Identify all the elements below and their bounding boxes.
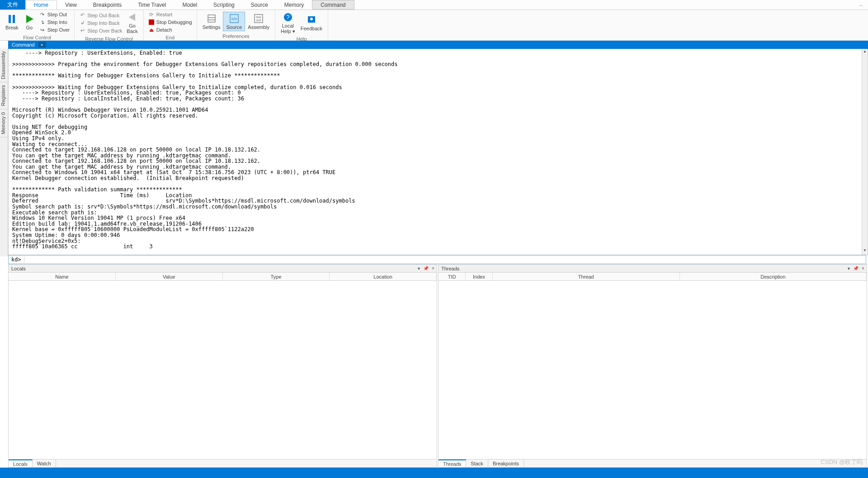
- tab-model[interactable]: Model: [174, 0, 205, 9]
- group-flow-control: Break Go ↷Step Out ↴Step Into ↪Step Over…: [0, 10, 75, 40]
- ribbon: Break Go ↷Step Out ↴Step Into ↪Step Over…: [0, 10, 868, 41]
- source-button[interactable]: </> Source: [223, 12, 245, 31]
- status-bar: [0, 468, 868, 478]
- svg-marker-3: [129, 14, 135, 21]
- step-out-button[interactable]: ↷Step Out: [38, 11, 72, 18]
- command-input[interactable]: [24, 256, 866, 263]
- tab-command[interactable]: Command: [312, 0, 354, 9]
- step-out-icon: ↷: [39, 11, 46, 18]
- watermark: CSDN @欧了吗: [821, 458, 863, 466]
- assembly-icon: 01011010: [253, 13, 264, 24]
- tab-stack[interactable]: Stack: [466, 459, 488, 467]
- threads-columns: TID Index Thread Description: [439, 273, 867, 281]
- threads-title: Threads: [439, 266, 845, 271]
- tab-breakpoints[interactable]: Breakpoints: [488, 459, 524, 467]
- local-help-button[interactable]: ? Local Help ▾: [278, 11, 298, 35]
- play-icon: [24, 14, 35, 24]
- svg-rect-0: [9, 15, 11, 23]
- feedback-icon: [306, 14, 317, 25]
- threads-pane: Threads ▾ 📌 × TID Index Thread Descripti…: [438, 264, 867, 468]
- settings-icon: [206, 13, 217, 24]
- svg-text:</>: </>: [231, 17, 237, 21]
- tab-breakpoints[interactable]: Breakpoints: [85, 0, 130, 9]
- dropdown-icon[interactable]: ▾: [415, 266, 422, 271]
- dropdown-icon[interactable]: ▾: [845, 266, 852, 271]
- svg-rect-5: [208, 15, 215, 22]
- settings-button[interactable]: Settings: [200, 12, 223, 31]
- side-tabs: Disassembly Registers Memory 0: [0, 48, 8, 256]
- svg-text:0101: 0101: [256, 16, 261, 19]
- col-index[interactable]: Index: [466, 273, 493, 280]
- detach-button[interactable]: ⏏Detach: [146, 26, 194, 33]
- stop-icon: [148, 19, 155, 25]
- tab-threads[interactable]: Threads: [439, 459, 466, 467]
- go-back-button: Go Back: [124, 11, 140, 35]
- step-over-button[interactable]: ↪Step Over: [38, 26, 72, 33]
- step-into-icon: ↴: [39, 19, 46, 25]
- close-icon[interactable]: ×: [429, 266, 437, 271]
- pin-icon[interactable]: 📌: [422, 266, 429, 271]
- svg-text:1010: 1010: [256, 19, 261, 22]
- col-type[interactable]: Type: [223, 273, 330, 280]
- col-tid[interactable]: TID: [439, 273, 466, 280]
- close-icon[interactable]: ×: [859, 266, 867, 271]
- restart-button: ⟳Restart: [146, 11, 194, 18]
- locals-title: Locals: [9, 266, 415, 271]
- pin-icon[interactable]: 📌: [852, 266, 859, 271]
- step-over-icon: ↪: [39, 27, 46, 33]
- command-panel-header: Command ×: [8, 41, 868, 49]
- svg-text:?: ?: [286, 14, 290, 21]
- restart-icon: ⟳: [148, 11, 155, 18]
- tab-source[interactable]: Source: [243, 0, 276, 9]
- assembly-button[interactable]: 01011010 Assembly: [245, 12, 272, 31]
- group-end: ⟳Restart Stop Debugging ⏏Detach End: [144, 10, 197, 40]
- go-button[interactable]: Go: [21, 13, 38, 31]
- go-label: Go: [26, 25, 33, 30]
- file-menu[interactable]: 文件: [0, 0, 25, 9]
- col-value[interactable]: Value: [116, 273, 223, 280]
- step-out-back-icon: ↶: [79, 12, 85, 19]
- step-out-back-button: ↶Step Out Back: [77, 12, 124, 19]
- group-label: Preferences: [197, 33, 275, 40]
- tab-watch[interactable]: Watch: [33, 459, 56, 467]
- tab-locals[interactable]: Locals: [9, 459, 33, 467]
- scroll-up-icon[interactable]: ▲: [862, 49, 868, 56]
- close-icon[interactable]: ×: [38, 42, 46, 47]
- group-help: ? Local Help ▾ Feedback Help: [275, 10, 328, 40]
- command-output[interactable]: ----> Repository : UserExtensions, Enabl…: [8, 49, 866, 255]
- feedback-button[interactable]: Feedback: [298, 14, 325, 32]
- step-into-back-icon: ↲: [79, 20, 85, 26]
- step-over-back-button: ↩Step Over Back: [77, 27, 124, 34]
- group-preferences: Settings </> Source 01011010 Assembly Pr…: [197, 10, 275, 40]
- scrollbar[interactable]: ▲ ▼: [862, 49, 868, 255]
- svg-rect-4: [149, 19, 154, 25]
- bottom-panes: Locals ▾ 📌 × Name Value Type Location Lo…: [8, 264, 868, 468]
- side-tab-memory[interactable]: Memory 0: [0, 109, 8, 137]
- col-description[interactable]: Description: [680, 273, 867, 280]
- locals-columns: Name Value Type Location: [9, 273, 437, 281]
- svg-rect-1: [13, 15, 15, 23]
- stop-debugging-button[interactable]: Stop Debugging: [146, 19, 194, 26]
- break-button[interactable]: Break: [3, 13, 21, 31]
- collapse-ribbon-icon[interactable]: ︿: [854, 0, 868, 9]
- step-into-button[interactable]: ↴Step Into: [38, 19, 72, 26]
- tab-home[interactable]: Home: [25, 0, 57, 9]
- col-location[interactable]: Location: [330, 273, 437, 280]
- command-panel-title: Command: [8, 42, 38, 47]
- break-label: Break: [5, 25, 19, 30]
- svg-point-16: [310, 18, 313, 20]
- tab-time-travel[interactable]: Time Travel: [130, 0, 174, 9]
- threads-body: [439, 281, 867, 459]
- col-name[interactable]: Name: [9, 273, 116, 280]
- svg-marker-2: [26, 15, 33, 23]
- detach-icon: ⏏: [148, 27, 155, 33]
- col-thread[interactable]: Thread: [493, 273, 680, 280]
- command-prompt: kd>: [9, 256, 24, 263]
- menu-bar: 文件 Home View Breakpoints Time Travel Mod…: [0, 0, 868, 10]
- side-tab-registers[interactable]: Registers: [0, 82, 8, 109]
- tab-memory[interactable]: Memory: [276, 0, 312, 9]
- side-tab-disassembly[interactable]: Disassembly: [0, 48, 8, 82]
- tab-scripting[interactable]: Scripting: [205, 0, 243, 9]
- scroll-down-icon[interactable]: ▼: [862, 248, 868, 255]
- tab-view[interactable]: View: [57, 0, 85, 9]
